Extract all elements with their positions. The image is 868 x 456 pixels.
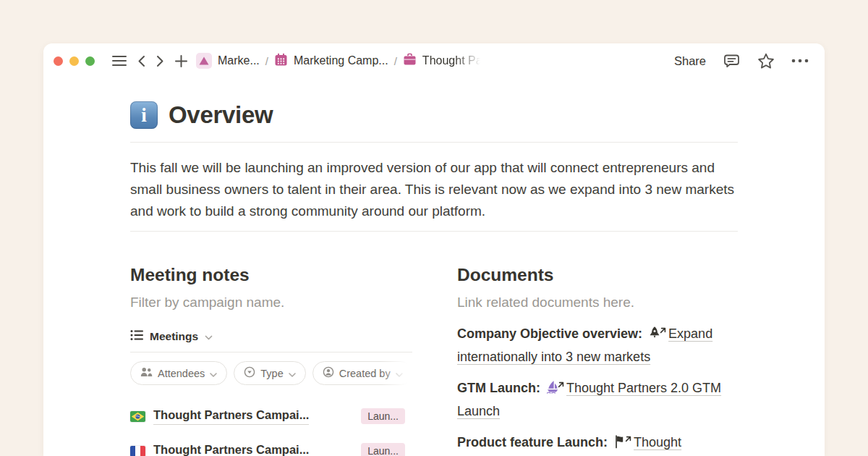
briefcase-icon	[403, 53, 417, 69]
meeting-notes-subheading: Filter by campaign name.	[130, 295, 412, 311]
share-button[interactable]: Share	[674, 54, 706, 68]
intro-paragraph: This fall we will be launching an improv…	[130, 157, 738, 222]
meeting-title: Thought Partners Campai...	[153, 408, 309, 425]
page-title-row: i Overview	[130, 101, 738, 129]
breadcrumb-label: Thought Pa	[422, 54, 482, 67]
filter-chip-label: Attendees	[158, 368, 205, 379]
status-badge: Laun...	[361, 408, 405, 424]
brazil-flag-icon	[130, 411, 145, 422]
breadcrumb: Marke... / Marketing Camp... / Thought P…	[196, 53, 482, 69]
breadcrumb-label: Marke...	[218, 54, 260, 67]
breadcrumb-item-workspace[interactable]: Marke...	[196, 53, 260, 69]
breadcrumb-item-marketing-campaigns[interactable]: Marketing Camp...	[274, 53, 388, 69]
divider	[130, 231, 738, 232]
filter-chips-row: Attendees Type	[130, 361, 412, 385]
document-item: Company Objective overview:Expand intern…	[457, 323, 738, 368]
triangle-page-icon	[196, 53, 212, 69]
two-column-layout: Meeting notes Filter by campaign name. M…	[130, 265, 738, 456]
documents-heading: Documents	[457, 265, 738, 285]
notion-window: Marke... / Marketing Camp... / Thought P…	[43, 43, 825, 456]
chevron-down-icon	[289, 368, 296, 379]
divider	[130, 352, 412, 352]
meetings-view-label: Meetings	[150, 330, 198, 343]
rocket-icon	[647, 325, 663, 339]
page-content: i Overview This fall we will be launchin…	[130, 78, 738, 456]
document-label: Product feature Launch:	[457, 435, 608, 449]
breadcrumb-separator: /	[394, 55, 397, 67]
information-emoji-icon[interactable]: i	[130, 101, 158, 129]
meeting-notes-column: Meeting notes Filter by campaign name. M…	[130, 265, 412, 456]
filter-chip-type[interactable]: Type	[234, 361, 305, 385]
meetings-view-tab[interactable]: Meetings	[130, 329, 412, 344]
list-view-icon	[130, 329, 143, 344]
meeting-row[interactable]: Thought Partners Campai... Laun...	[130, 436, 412, 456]
meeting-notes-heading: Meeting notes	[130, 265, 412, 285]
breadcrumb-item-thought-partners[interactable]: Thought Pa	[403, 53, 482, 69]
divider	[130, 142, 738, 143]
people-icon	[140, 367, 153, 379]
window-titlebar: Marke... / Marketing Camp... / Thought P…	[43, 43, 825, 78]
meetings-list: Thought Partners Campai... Laun... Thoug…	[130, 401, 412, 456]
nav-controls	[112, 55, 187, 67]
france-flag-icon	[130, 446, 145, 456]
new-page-icon[interactable]	[175, 55, 187, 67]
filter-chip-attendees[interactable]: Attendees	[130, 361, 227, 385]
document-label: Company Objective overview:	[457, 326, 642, 341]
page-title: Overview	[169, 101, 273, 129]
back-icon[interactable]	[137, 55, 145, 67]
document-item: GTM Launch:Thought Partners 2.0 GTM Laun…	[457, 377, 738, 423]
minimize-button[interactable]	[69, 56, 79, 66]
filter-chip-created-by[interactable]: Created by	[312, 361, 412, 385]
close-button[interactable]	[54, 56, 63, 66]
comments-icon[interactable]	[723, 52, 741, 69]
status-badge: Laun...	[361, 443, 405, 456]
filter-chip-label: Created by	[339, 368, 391, 379]
chevron-down-icon	[210, 368, 217, 379]
document-label: GTM Launch:	[457, 381, 540, 395]
breadcrumb-separator: /	[265, 55, 268, 67]
breadcrumb-label: Marketing Camp...	[294, 54, 388, 67]
black-flag-icon	[613, 434, 629, 448]
chevron-down-icon	[396, 368, 403, 379]
chevron-down-icon	[205, 330, 213, 343]
favorite-star-icon[interactable]	[757, 53, 775, 69]
person-icon	[323, 366, 334, 380]
filter-chip-label: Type	[260, 368, 283, 379]
sidebar-menu-icon[interactable]	[112, 55, 127, 67]
meeting-row[interactable]: Thought Partners Campai... Laun...	[130, 401, 412, 431]
traffic-lights	[54, 56, 95, 66]
select-icon	[244, 366, 255, 380]
documents-column: Documents Link related documents here. C…	[457, 265, 738, 456]
document-item: Product feature Launch:Thought	[457, 431, 738, 455]
document-link[interactable]: Thought	[634, 435, 681, 449]
topbar-actions: Share	[674, 52, 809, 69]
documents-subheading: Link related documents here.	[457, 295, 738, 311]
more-options-icon[interactable]	[791, 59, 809, 63]
zoom-button[interactable]	[85, 56, 95, 66]
sailboat-icon	[545, 379, 561, 394]
forward-icon[interactable]	[156, 55, 164, 67]
meeting-title: Thought Partners Campai...	[153, 443, 309, 456]
calendar-icon	[274, 53, 288, 69]
